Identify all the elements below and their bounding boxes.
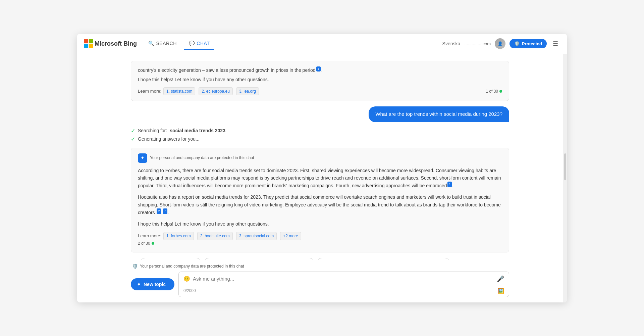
input-smiley-icon: 🙂 (183, 276, 190, 282)
hope-text-prev: I hope this helps! Let me know if you ha… (138, 76, 502, 83)
svg-rect-3 (89, 44, 93, 48)
ai-card-header: ✦ Your personal and company data are pro… (138, 153, 502, 163)
status-searching: ✓ Searching for: social media trends 202… (131, 128, 509, 134)
nav-user-email: ...............com (464, 41, 491, 46)
svg-rect-0 (84, 39, 88, 43)
shield-icon: 🛡️ (514, 41, 520, 46)
mic-icon[interactable]: 🎤 (497, 275, 504, 283)
tab-chat-label: CHAT (197, 41, 210, 46)
user-bubble: What are the top trends within social me… (369, 106, 509, 122)
tab-search[interactable]: 🔍 SEARCH (144, 38, 181, 50)
logo-text: Microsoft Bing (95, 40, 137, 47)
shield-small-icon: 🛡️ (132, 263, 138, 269)
learn-more-label-prev: Learn more: (138, 88, 161, 95)
searching-query: social media trends 2023 (170, 128, 225, 133)
status-generating: ✓ Generating answers for you... (131, 136, 509, 142)
green-dot-prev (499, 90, 502, 93)
green-dot-ai (152, 242, 154, 245)
new-topic-label: New topic (144, 282, 166, 287)
result-count-prev: 1 of 30 (486, 88, 502, 94)
ai-paragraph-2: Hootsuite also has a report on social me… (138, 193, 502, 216)
input-protected-text: Your personal and company data are prote… (140, 264, 244, 269)
protected-button[interactable]: 🛡️ Protected (509, 39, 547, 48)
input-area: 🛡️ Your personal and company data are pr… (77, 260, 563, 302)
scroll-thumb[interactable] (564, 153, 566, 180)
chat-input[interactable] (193, 276, 494, 282)
sparkle-icon: ✦ (137, 282, 141, 287)
input-row: ✦ New topic 🙂 🎤 0/2000 🖼️ (131, 272, 509, 297)
chat-icon: 💬 (189, 41, 195, 46)
generating-label: Generating answers for you... (138, 136, 200, 142)
messages-container: country's electricity generation – saw a… (77, 54, 563, 260)
input-protected-notice: 🛡️ Your personal and company data are pr… (132, 263, 509, 269)
searching-label: Searching for: (138, 128, 167, 133)
search-icon: 🔍 (148, 41, 154, 46)
bing-logo[interactable]: Microsoft Bing (84, 39, 137, 48)
nav-language[interactable]: Svenska (442, 41, 461, 46)
svg-rect-1 (89, 39, 93, 43)
svg-rect-2 (84, 44, 88, 48)
source-chip-ec-europa[interactable]: 2. ec.europa.eu (199, 87, 232, 95)
char-count: 0/2000 (183, 288, 196, 293)
scroll-track[interactable] (563, 54, 567, 302)
source-chip-more[interactable]: +2 more (280, 232, 301, 240)
ai-hope-text: I hope this helps! Let me know if you ha… (138, 220, 502, 228)
learn-more-row-prev: Learn more: 1. statista.com 2. ec.europa… (138, 87, 502, 95)
input-box-wrapper: 🙂 🎤 0/2000 🖼️ (178, 272, 509, 297)
tab-search-label: SEARCH (156, 41, 177, 46)
ai-response-card: ✦ Your personal and company data are pro… (131, 148, 509, 252)
learn-more-row-ai: Learn more: 1. forbes.com 2. hootsuite.c… (138, 232, 502, 247)
nav-avatar[interactable]: 👤 (495, 38, 505, 49)
check-icon-generating: ✓ (131, 136, 135, 142)
learn-more-label-ai: Learn more: (138, 233, 161, 240)
ai-icon: ✦ (138, 153, 147, 163)
new-topic-button[interactable]: ✦ New topic (131, 278, 174, 290)
image-attach-icon[interactable]: 🖼️ (497, 288, 504, 294)
result-count-ai: 2 of 30 (138, 240, 502, 247)
ai-paragraph-1: According to Forbes, there are four soci… (138, 167, 502, 190)
protected-label: Protected (522, 41, 542, 46)
prev-response-text: country's electricity generation – saw a… (138, 66, 502, 74)
ai-card-body: According to Forbes, there are four soci… (138, 167, 502, 228)
ai-protected-notice: Your personal and company data are prote… (150, 155, 254, 161)
source-chip-sproutsocial[interactable]: 3. sproutsocial.com (236, 232, 277, 240)
check-icon-searching: ✓ (131, 128, 135, 134)
tab-chat[interactable]: 💬 CHAT (184, 38, 215, 50)
source-chip-forbes[interactable]: 1. forbes.com (163, 232, 194, 240)
prev-response-card: country's electricity generation – saw a… (131, 61, 509, 101)
source-chip-iea[interactable]: 3. iea.org (236, 87, 259, 95)
source-chip-hootsuite[interactable]: 2. hootsuite.com (197, 232, 233, 240)
source-chip-statista[interactable]: 1. statista.com (163, 87, 195, 95)
menu-icon[interactable]: ☰ (551, 39, 560, 49)
user-message: What are the top trends within social me… (131, 106, 509, 122)
